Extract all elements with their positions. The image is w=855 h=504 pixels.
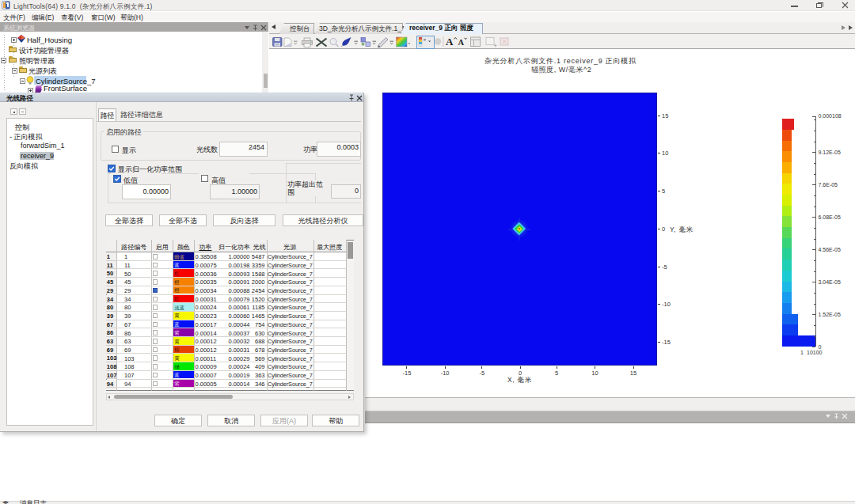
svg-text:A: A (458, 38, 465, 47)
svg-text:A: A (446, 36, 454, 47)
